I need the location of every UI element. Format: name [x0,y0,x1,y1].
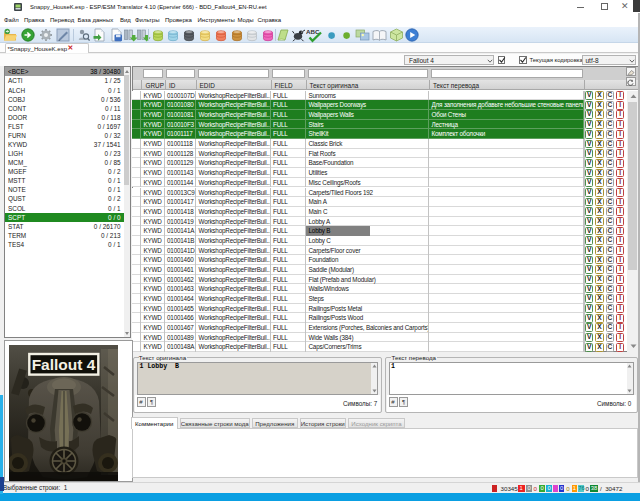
svg-text:ABC: ABC [306,28,320,35]
svg-text:Fallout 4: Fallout 4 [32,356,96,373]
